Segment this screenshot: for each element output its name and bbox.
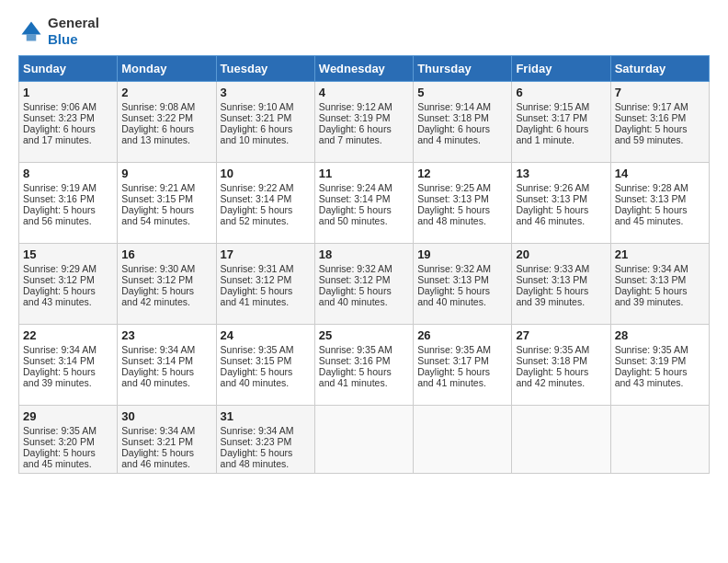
calendar-cell: 2Sunrise: 9:08 AMSunset: 3:22 PMDaylight… — [118, 82, 216, 163]
calendar-header: SundayMondayTuesdayWednesdayThursdayFrid… — [19, 56, 710, 82]
calendar-row-0: 1Sunrise: 9:06 AMSunset: 3:23 PMDaylight… — [19, 82, 710, 163]
calendar-cell: 24Sunrise: 9:35 AMSunset: 3:15 PMDayligh… — [216, 325, 314, 406]
day-number: 13 — [516, 167, 606, 180]
calendar-cell: 29Sunrise: 9:35 AMSunset: 3:20 PMDayligh… — [19, 406, 118, 474]
daylight-hours: Daylight: 5 hours and 48 minutes. — [221, 447, 311, 469]
calendar-cell — [414, 406, 512, 474]
calendar-row-1: 8Sunrise: 9:19 AMSunset: 3:16 PMDaylight… — [19, 163, 710, 244]
day-number: 10 — [221, 167, 311, 180]
logo-text: General Blue — [48, 15, 99, 48]
calendar-cell — [610, 406, 709, 474]
day-number: 27 — [516, 328, 606, 342]
daylight-hours: Daylight: 5 hours and 56 minutes. — [23, 204, 113, 226]
day-number: 2 — [121, 86, 211, 99]
calendar-cell: 5Sunrise: 9:14 AMSunset: 3:18 PMDaylight… — [414, 82, 512, 163]
day-number: 9 — [121, 167, 211, 180]
sunrise-time: Sunrise: 9:34 AM — [121, 425, 211, 436]
calendar-cell: 3Sunrise: 9:10 AMSunset: 3:21 PMDaylight… — [216, 82, 314, 163]
calendar-cell: 1Sunrise: 9:06 AMSunset: 3:23 PMDaylight… — [19, 82, 118, 163]
sunset-time: Sunset: 3:12 PM — [319, 274, 409, 285]
sunrise-time: Sunrise: 9:35 AM — [221, 344, 311, 355]
sunrise-time: Sunrise: 9:30 AM — [121, 263, 211, 274]
calendar-cell: 13Sunrise: 9:26 AMSunset: 3:13 PMDayligh… — [512, 163, 610, 244]
calendar-cell: 31Sunrise: 9:34 AMSunset: 3:23 PMDayligh… — [216, 406, 314, 474]
calendar-table: SundayMondayTuesdayWednesdayThursdayFrid… — [18, 55, 710, 474]
header-friday: Friday — [512, 56, 610, 82]
daylight-hours: Daylight: 5 hours and 43 minutes. — [615, 366, 705, 388]
day-number: 8 — [23, 167, 113, 180]
calendar-cell: 10Sunrise: 9:22 AMSunset: 3:14 PMDayligh… — [216, 163, 314, 244]
logo-blue: Blue — [48, 31, 78, 47]
daylight-hours: Daylight: 5 hours and 40 minutes. — [221, 366, 311, 388]
sunrise-time: Sunrise: 9:35 AM — [516, 344, 606, 355]
day-number: 4 — [319, 86, 409, 99]
day-number: 17 — [221, 247, 311, 261]
sunset-time: Sunset: 3:14 PM — [121, 355, 211, 366]
day-number: 7 — [615, 86, 705, 99]
sunset-time: Sunset: 3:13 PM — [615, 193, 705, 204]
daylight-hours: Daylight: 5 hours and 40 minutes. — [121, 366, 211, 388]
calendar-cell: 9Sunrise: 9:21 AMSunset: 3:15 PMDaylight… — [118, 163, 216, 244]
sunrise-time: Sunrise: 9:15 AM — [516, 101, 606, 112]
calendar-cell: 20Sunrise: 9:33 AMSunset: 3:13 PMDayligh… — [512, 244, 610, 325]
sunrise-time: Sunrise: 9:35 AM — [417, 344, 507, 355]
daylight-hours: Daylight: 5 hours and 39 minutes. — [23, 366, 113, 388]
logo-icon — [18, 18, 44, 44]
sunset-time: Sunset: 3:14 PM — [221, 193, 311, 204]
sunrise-time: Sunrise: 9:12 AM — [319, 101, 409, 112]
sunset-time: Sunset: 3:16 PM — [615, 112, 705, 123]
logo-general: General — [48, 15, 99, 30]
sunrise-time: Sunrise: 9:25 AM — [417, 182, 507, 193]
daylight-hours: Daylight: 5 hours and 42 minutes. — [121, 285, 211, 307]
sunset-time: Sunset: 3:13 PM — [516, 193, 606, 204]
calendar-cell: 7Sunrise: 9:17 AMSunset: 3:16 PMDaylight… — [610, 82, 709, 163]
sunset-time: Sunset: 3:23 PM — [221, 436, 311, 447]
day-number: 22 — [23, 328, 113, 342]
daylight-hours: Daylight: 5 hours and 41 minutes. — [319, 366, 409, 388]
calendar-cell: 25Sunrise: 9:35 AMSunset: 3:16 PMDayligh… — [314, 325, 413, 406]
sunset-time: Sunset: 3:13 PM — [417, 274, 507, 285]
sunrise-time: Sunrise: 9:21 AM — [121, 182, 211, 193]
daylight-hours: Daylight: 5 hours and 41 minutes. — [221, 285, 311, 307]
calendar-cell: 8Sunrise: 9:19 AMSunset: 3:16 PMDaylight… — [19, 163, 118, 244]
daylight-hours: Daylight: 5 hours and 54 minutes. — [121, 204, 211, 226]
day-number: 26 — [417, 328, 507, 342]
svg-rect-1 — [27, 35, 37, 41]
calendar-cell: 11Sunrise: 9:24 AMSunset: 3:14 PMDayligh… — [314, 163, 413, 244]
day-number: 1 — [23, 86, 113, 99]
sunset-time: Sunset: 3:22 PM — [121, 112, 211, 123]
header-row: SundayMondayTuesdayWednesdayThursdayFrid… — [19, 56, 710, 82]
calendar-body: 1Sunrise: 9:06 AMSunset: 3:23 PMDaylight… — [19, 82, 710, 474]
sunrise-time: Sunrise: 9:17 AM — [615, 101, 705, 112]
header-sunday: Sunday — [19, 56, 118, 82]
daylight-hours: Daylight: 5 hours and 43 minutes. — [23, 285, 113, 307]
daylight-hours: Daylight: 5 hours and 45 minutes. — [23, 447, 113, 469]
header-thursday: Thursday — [414, 56, 512, 82]
daylight-hours: Daylight: 6 hours and 1 minute. — [516, 123, 606, 145]
calendar-cell: 6Sunrise: 9:15 AMSunset: 3:17 PMDaylight… — [512, 82, 610, 163]
sunrise-time: Sunrise: 9:34 AM — [23, 344, 113, 355]
daylight-hours: Daylight: 5 hours and 39 minutes. — [516, 285, 606, 307]
calendar-cell: 16Sunrise: 9:30 AMSunset: 3:12 PMDayligh… — [118, 244, 216, 325]
calendar-cell: 23Sunrise: 9:34 AMSunset: 3:14 PMDayligh… — [118, 325, 216, 406]
sunrise-time: Sunrise: 9:29 AM — [23, 263, 113, 274]
day-number: 15 — [23, 247, 113, 261]
sunset-time: Sunset: 3:12 PM — [23, 274, 113, 285]
sunset-time: Sunset: 3:13 PM — [417, 193, 507, 204]
sunset-time: Sunset: 3:13 PM — [615, 274, 705, 285]
calendar-row-2: 15Sunrise: 9:29 AMSunset: 3:12 PMDayligh… — [19, 244, 710, 325]
calendar-cell — [314, 406, 413, 474]
day-number: 28 — [615, 328, 705, 342]
sunrise-time: Sunrise: 9:34 AM — [615, 263, 705, 274]
sunset-time: Sunset: 3:18 PM — [417, 112, 507, 123]
calendar-cell: 22Sunrise: 9:34 AMSunset: 3:14 PMDayligh… — [19, 325, 118, 406]
daylight-hours: Daylight: 5 hours and 45 minutes. — [615, 204, 705, 226]
sunset-time: Sunset: 3:20 PM — [23, 436, 113, 447]
day-number: 31 — [221, 409, 311, 423]
header-wednesday: Wednesday — [314, 56, 413, 82]
sunrise-time: Sunrise: 9:08 AM — [121, 101, 211, 112]
sunrise-time: Sunrise: 9:19 AM — [23, 182, 113, 193]
sunset-time: Sunset: 3:19 PM — [319, 112, 409, 123]
day-number: 6 — [516, 86, 606, 99]
daylight-hours: Daylight: 5 hours and 46 minutes. — [121, 447, 211, 469]
